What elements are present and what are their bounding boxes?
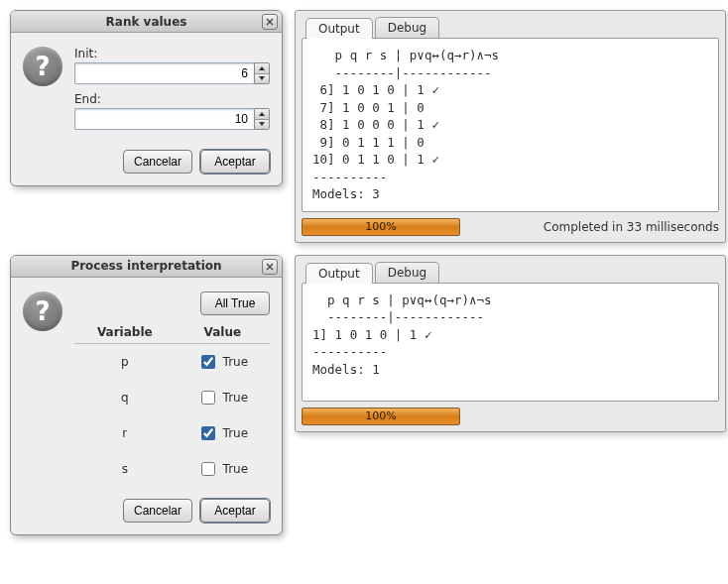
progress-bar-bottom: 100%: [302, 408, 460, 425]
value-label: True: [223, 462, 249, 476]
progress-text: 100%: [365, 220, 396, 233]
rank-title: Rank values: [106, 15, 187, 29]
variable-value-cell: True: [176, 451, 270, 487]
init-spin-down[interactable]: [255, 73, 269, 84]
cancel-button[interactable]: Cancelar: [123, 150, 192, 174]
value-checkbox[interactable]: [201, 355, 215, 369]
tab-debug[interactable]: Debug: [375, 262, 439, 283]
table-row: qTrue: [74, 380, 270, 415]
col-variable: Variable: [74, 321, 176, 344]
proc-title: Process interpretation: [70, 259, 221, 273]
variable-value-cell: True: [176, 415, 270, 451]
init-spin-up[interactable]: [255, 63, 269, 73]
close-icon[interactable]: [262, 259, 278, 275]
output-terminal-bottom: p q r s | p∨q↔(q→r)∧¬s --------|--------…: [302, 283, 719, 402]
output-panel-top: Output Debug p q r s | p∨q↔(q→r)∧¬s ----…: [295, 10, 726, 243]
col-value: Value: [176, 321, 270, 344]
tab-output[interactable]: Output: [305, 263, 373, 284]
variable-name: r: [74, 415, 176, 451]
variables-table: Variable Value pTrueqTruerTruesTrue: [74, 321, 270, 487]
value-checkbox[interactable]: [201, 426, 215, 440]
end-input[interactable]: [74, 108, 254, 130]
rank-values-dialog: Rank values ? Init: End:: [10, 10, 283, 186]
table-row: rTrue: [74, 415, 270, 451]
table-row: sTrue: [74, 451, 270, 487]
init-label: Init:: [74, 47, 270, 60]
output-terminal-top: p q r s | p∨q↔(q→r)∧¬s --------|--------…: [302, 38, 719, 212]
end-spin-down[interactable]: [255, 119, 269, 130]
accept-button[interactable]: Aceptar: [200, 499, 270, 523]
all-true-button[interactable]: All True: [200, 292, 270, 315]
close-icon[interactable]: [262, 14, 278, 30]
question-icon: ?: [23, 47, 62, 86]
init-input[interactable]: [74, 62, 254, 84]
progress-text: 100%: [365, 409, 396, 422]
value-checkbox[interactable]: [201, 462, 215, 476]
progress-bar-top: 100%: [302, 218, 460, 236]
cancel-button[interactable]: Cancelar: [123, 499, 192, 523]
variable-name: s: [74, 451, 176, 487]
value-label: True: [223, 355, 249, 369]
value-label: True: [223, 391, 249, 405]
accept-button[interactable]: Aceptar: [200, 150, 270, 174]
process-interpretation-dialog: Process interpretation ? All True Variab…: [10, 255, 283, 535]
question-icon: ?: [23, 292, 62, 331]
completed-label: Completed in 33 milliseconds: [544, 220, 719, 234]
end-label: End:: [74, 92, 270, 106]
table-row: pTrue: [74, 343, 270, 380]
output-panel-bottom: Output Debug p q r s | p∨q↔(q→r)∧¬s ----…: [295, 255, 726, 432]
end-spin-up[interactable]: [255, 109, 269, 119]
value-checkbox[interactable]: [201, 391, 215, 405]
proc-titlebar: Process interpretation: [11, 256, 282, 278]
variable-name: q: [74, 380, 176, 415]
rank-titlebar: Rank values: [11, 11, 282, 33]
variable-value-cell: True: [176, 380, 270, 415]
tab-output[interactable]: Output: [305, 18, 373, 39]
variable-name: p: [74, 343, 176, 380]
tab-debug[interactable]: Debug: [375, 17, 439, 38]
value-label: True: [223, 426, 249, 440]
variable-value-cell: True: [176, 343, 270, 380]
